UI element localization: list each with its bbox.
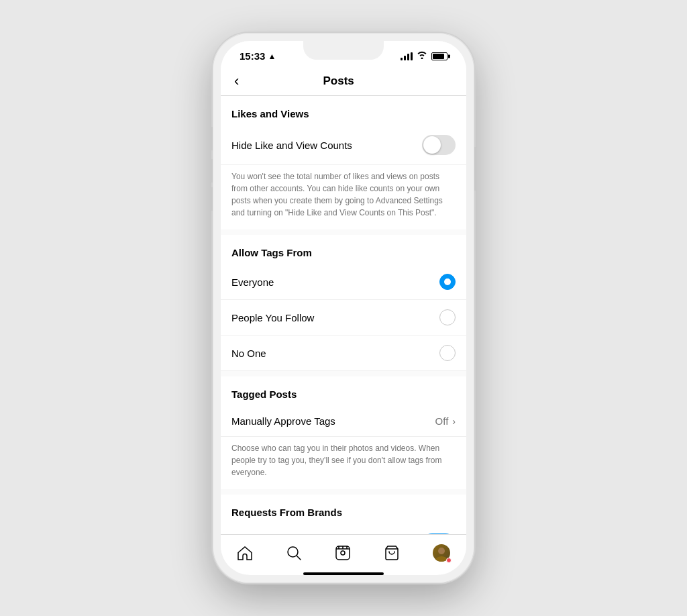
- everyone-radio[interactable]: [439, 274, 456, 290]
- notch: [303, 41, 384, 60]
- profile-container: [433, 544, 450, 562]
- phone-screen: 15:33 ▲: [221, 41, 466, 575]
- everyone-row[interactable]: Everyone: [221, 264, 466, 300]
- likes-views-description: You won't see the total number of likes …: [221, 165, 466, 229]
- people-you-follow-radio[interactable]: [439, 309, 456, 325]
- no-one-label: No One: [231, 348, 266, 359]
- svg-point-9: [438, 548, 445, 554]
- hide-like-count-label: Hide Like and View Counts: [231, 140, 352, 151]
- nav-profile[interactable]: [425, 542, 458, 564]
- divider-1: [221, 229, 466, 235]
- tagged-posts-description: Choose who can tag you in their photos a…: [221, 437, 466, 489]
- wifi-icon: [417, 51, 427, 61]
- manually-approve-label: Manually Approve Tags: [231, 415, 335, 427]
- navigation-bar: ‹ Posts: [221, 66, 466, 96]
- tagged-posts-header: Tagged Posts: [221, 376, 466, 406]
- manually-approve-value-container: Off ›: [435, 415, 456, 427]
- phone-frame: 15:33 ▲: [213, 33, 474, 583]
- battery-icon: [431, 52, 447, 60]
- people-you-follow-label: People You Follow: [231, 312, 314, 323]
- page-title: Posts: [244, 74, 433, 88]
- search-icon: [286, 545, 302, 561]
- no-one-radio[interactable]: [439, 345, 456, 361]
- allow-requests-row: Allow Requests: [221, 524, 466, 534]
- requests-brands-section: Requests From Brands Allow Requests Allo…: [221, 495, 466, 534]
- location-icon: ▲: [268, 52, 276, 61]
- signal-icon: [401, 52, 413, 60]
- shop-icon: [384, 545, 400, 561]
- bottom-navigation: [221, 534, 466, 568]
- nav-search[interactable]: [278, 542, 310, 564]
- svg-point-3: [341, 551, 345, 555]
- svg-line-1: [297, 556, 301, 560]
- home-icon: [237, 545, 253, 561]
- everyone-label: Everyone: [231, 276, 274, 288]
- home-indicator: [303, 572, 384, 575]
- likes-views-section: Likes and Views Hide Like and View Count…: [221, 96, 466, 229]
- likes-views-title: Likes and Views: [231, 108, 309, 119]
- hide-like-count-toggle[interactable]: [422, 135, 456, 155]
- reels-icon: [335, 545, 351, 561]
- hide-like-count-row: Hide Like and View Counts: [221, 125, 466, 165]
- tagged-posts-section: Tagged Posts Manually Approve Tags Off ›…: [221, 376, 466, 489]
- no-one-row[interactable]: No One: [221, 336, 466, 371]
- allow-tags-title: Allow Tags From: [231, 247, 312, 258]
- status-icons: [401, 51, 447, 61]
- chevron-right-icon: ›: [452, 416, 456, 427]
- divider-2: [221, 371, 466, 376]
- people-you-follow-row[interactable]: People You Follow: [221, 300, 466, 336]
- allow-tags-header: Allow Tags From: [221, 235, 466, 264]
- nav-shop[interactable]: [376, 542, 408, 564]
- allow-tags-section: Allow Tags From Everyone People You Foll…: [221, 235, 466, 371]
- tagged-posts-title: Tagged Posts: [231, 389, 297, 400]
- nav-reels[interactable]: [327, 542, 359, 564]
- manually-approve-value: Off: [435, 415, 449, 427]
- content-scroll[interactable]: Likes and Views Hide Like and View Count…: [221, 96, 466, 534]
- svg-point-0: [288, 547, 298, 557]
- manually-approve-row[interactable]: Manually Approve Tags Off ›: [221, 406, 466, 437]
- nav-home[interactable]: [229, 542, 261, 564]
- divider-3: [221, 489, 466, 495]
- back-button[interactable]: ‹: [234, 72, 244, 90]
- svg-point-10: [435, 556, 447, 562]
- requests-brands-title: Requests From Brands: [231, 507, 342, 518]
- profile-notification-dot: [446, 558, 452, 563]
- status-time: 15:33: [240, 50, 265, 62]
- requests-brands-header: Requests From Brands: [221, 495, 466, 524]
- likes-views-header: Likes and Views: [221, 96, 466, 125]
